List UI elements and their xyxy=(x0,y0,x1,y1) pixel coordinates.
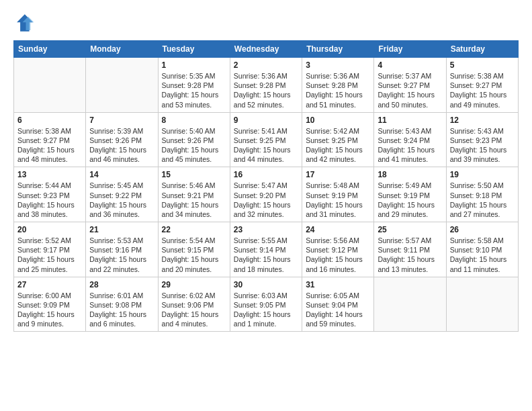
day-number: 29 xyxy=(162,280,226,289)
calendar-day-cell xyxy=(446,277,518,332)
calendar-day-cell: 27Sunrise: 6:00 AMSunset: 9:09 PMDayligh… xyxy=(14,277,86,332)
day-number: 5 xyxy=(450,60,515,70)
calendar-day-cell: 8Sunrise: 5:40 AMSunset: 9:26 PMDaylight… xyxy=(158,112,230,167)
day-number: 8 xyxy=(162,116,226,125)
day-number: 11 xyxy=(378,116,442,125)
day-detail: Sunrise: 6:03 AMSunset: 9:05 PMDaylight:… xyxy=(234,291,298,329)
calendar-day-cell: 25Sunrise: 5:57 AMSunset: 9:11 PMDayligh… xyxy=(374,222,446,277)
calendar-day-cell: 18Sunrise: 5:49 AMSunset: 9:19 PMDayligh… xyxy=(374,167,446,222)
day-number: 25 xyxy=(378,225,442,234)
day-number: 7 xyxy=(89,116,154,125)
day-detail: Sunrise: 5:43 AMSunset: 9:24 PMDaylight:… xyxy=(378,126,442,165)
day-number: 10 xyxy=(306,116,370,125)
calendar-day-cell: 6Sunrise: 5:38 AMSunset: 9:27 PMDaylight… xyxy=(14,112,86,167)
day-number: 28 xyxy=(89,280,154,289)
calendar-day-header: Friday xyxy=(374,41,446,58)
day-detail: Sunrise: 5:56 AMSunset: 9:12 PMDaylight:… xyxy=(306,236,370,274)
day-detail: Sunrise: 5:55 AMSunset: 9:14 PMDaylight:… xyxy=(234,236,298,274)
calendar-day-cell: 29Sunrise: 6:02 AMSunset: 9:06 PMDayligh… xyxy=(158,277,230,332)
day-detail: Sunrise: 5:53 AMSunset: 9:16 PMDaylight:… xyxy=(89,236,154,274)
page-header xyxy=(13,12,519,34)
calendar-day-cell: 13Sunrise: 5:44 AMSunset: 9:23 PMDayligh… xyxy=(14,167,86,222)
day-number: 22 xyxy=(162,225,226,234)
day-number: 23 xyxy=(234,225,298,234)
day-detail: Sunrise: 6:00 AMSunset: 9:09 PMDaylight:… xyxy=(17,291,82,329)
day-number: 13 xyxy=(17,170,82,179)
calendar-week-row: 6Sunrise: 5:38 AMSunset: 9:27 PMDaylight… xyxy=(14,112,519,167)
calendar-day-header: Saturday xyxy=(446,41,518,58)
calendar-day-cell: 28Sunrise: 6:01 AMSunset: 9:08 PMDayligh… xyxy=(86,277,158,332)
day-detail: Sunrise: 5:37 AMSunset: 9:27 PMDaylight:… xyxy=(378,71,442,109)
calendar-week-row: 13Sunrise: 5:44 AMSunset: 9:23 PMDayligh… xyxy=(14,167,519,222)
day-number: 9 xyxy=(234,116,298,125)
calendar-day-cell: 30Sunrise: 6:03 AMSunset: 9:05 PMDayligh… xyxy=(230,277,302,332)
day-detail: Sunrise: 5:48 AMSunset: 9:19 PMDaylight:… xyxy=(306,181,370,219)
day-detail: Sunrise: 5:35 AMSunset: 9:28 PMDaylight:… xyxy=(162,71,226,109)
day-number: 31 xyxy=(306,280,370,289)
calendar-day-cell: 4Sunrise: 5:37 AMSunset: 9:27 PMDaylight… xyxy=(374,58,446,113)
day-detail: Sunrise: 6:01 AMSunset: 9:08 PMDaylight:… xyxy=(89,291,154,329)
day-detail: Sunrise: 5:38 AMSunset: 9:27 PMDaylight:… xyxy=(450,71,515,109)
day-detail: Sunrise: 5:42 AMSunset: 9:25 PMDaylight:… xyxy=(306,126,370,165)
day-detail: Sunrise: 5:57 AMSunset: 9:11 PMDaylight:… xyxy=(378,236,442,274)
day-number: 24 xyxy=(306,225,370,234)
calendar-day-cell: 15Sunrise: 5:46 AMSunset: 9:21 PMDayligh… xyxy=(158,167,230,222)
calendar-header-row: SundayMondayTuesdayWednesdayThursdayFrid… xyxy=(14,41,519,58)
calendar-day-cell: 7Sunrise: 5:39 AMSunset: 9:26 PMDaylight… xyxy=(86,112,158,167)
day-detail: Sunrise: 6:05 AMSunset: 9:04 PMDaylight:… xyxy=(306,291,370,329)
day-number: 2 xyxy=(234,60,298,70)
day-number: 19 xyxy=(450,170,515,179)
day-detail: Sunrise: 5:44 AMSunset: 9:23 PMDaylight:… xyxy=(17,181,82,219)
day-number: 4 xyxy=(378,60,442,70)
calendar-day-cell: 21Sunrise: 5:53 AMSunset: 9:16 PMDayligh… xyxy=(86,222,158,277)
day-detail: Sunrise: 5:58 AMSunset: 9:10 PMDaylight:… xyxy=(450,236,515,274)
calendar-day-cell: 22Sunrise: 5:54 AMSunset: 9:15 PMDayligh… xyxy=(158,222,230,277)
calendar-day-cell: 11Sunrise: 5:43 AMSunset: 9:24 PMDayligh… xyxy=(374,112,446,167)
calendar-day-header: Sunday xyxy=(14,41,86,58)
calendar-week-row: 27Sunrise: 6:00 AMSunset: 9:09 PMDayligh… xyxy=(14,277,519,332)
day-detail: Sunrise: 5:36 AMSunset: 9:28 PMDaylight:… xyxy=(234,71,298,109)
day-number: 12 xyxy=(450,116,515,125)
calendar-day-cell: 26Sunrise: 5:58 AMSunset: 9:10 PMDayligh… xyxy=(446,222,518,277)
day-detail: Sunrise: 5:41 AMSunset: 9:25 PMDaylight:… xyxy=(234,126,298,165)
day-detail: Sunrise: 5:39 AMSunset: 9:26 PMDaylight:… xyxy=(89,126,154,165)
calendar-day-header: Monday xyxy=(86,41,158,58)
day-detail: Sunrise: 5:43 AMSunset: 9:23 PMDaylight:… xyxy=(450,126,515,165)
calendar-day-cell: 2Sunrise: 5:36 AMSunset: 9:28 PMDaylight… xyxy=(230,58,302,113)
calendar-day-cell: 9Sunrise: 5:41 AMSunset: 9:25 PMDaylight… xyxy=(230,112,302,167)
calendar-day-cell: 31Sunrise: 6:05 AMSunset: 9:04 PMDayligh… xyxy=(302,277,374,332)
day-detail: Sunrise: 5:45 AMSunset: 9:22 PMDaylight:… xyxy=(89,181,154,219)
logo xyxy=(13,12,38,34)
calendar-day-cell: 19Sunrise: 5:50 AMSunset: 9:18 PMDayligh… xyxy=(446,167,518,222)
day-detail: Sunrise: 5:49 AMSunset: 9:19 PMDaylight:… xyxy=(378,181,442,219)
day-number: 20 xyxy=(17,225,82,234)
day-detail: Sunrise: 5:50 AMSunset: 9:18 PMDaylight:… xyxy=(450,181,515,219)
day-number: 14 xyxy=(89,170,154,179)
calendar-day-cell: 14Sunrise: 5:45 AMSunset: 9:22 PMDayligh… xyxy=(86,167,158,222)
day-number: 21 xyxy=(89,225,154,234)
calendar-table: SundayMondayTuesdayWednesdayThursdayFrid… xyxy=(13,40,519,332)
calendar-day-header: Thursday xyxy=(302,41,374,58)
calendar-day-cell: 23Sunrise: 5:55 AMSunset: 9:14 PMDayligh… xyxy=(230,222,302,277)
day-number: 6 xyxy=(17,116,82,125)
calendar-day-cell xyxy=(14,58,86,113)
day-number: 27 xyxy=(17,280,82,289)
generalblue-logo-icon xyxy=(13,12,35,34)
day-detail: Sunrise: 5:47 AMSunset: 9:20 PMDaylight:… xyxy=(234,181,298,219)
day-number: 3 xyxy=(306,60,370,70)
day-number: 30 xyxy=(234,280,298,289)
day-detail: Sunrise: 5:36 AMSunset: 9:28 PMDaylight:… xyxy=(306,71,370,109)
calendar-day-cell: 5Sunrise: 5:38 AMSunset: 9:27 PMDaylight… xyxy=(446,58,518,113)
calendar-week-row: 20Sunrise: 5:52 AMSunset: 9:17 PMDayligh… xyxy=(14,222,519,277)
day-number: 17 xyxy=(306,170,370,179)
calendar-day-cell: 1Sunrise: 5:35 AMSunset: 9:28 PMDaylight… xyxy=(158,58,230,113)
day-detail: Sunrise: 5:52 AMSunset: 9:17 PMDaylight:… xyxy=(17,236,82,274)
day-detail: Sunrise: 5:54 AMSunset: 9:15 PMDaylight:… xyxy=(162,236,226,274)
day-detail: Sunrise: 6:02 AMSunset: 9:06 PMDaylight:… xyxy=(162,291,226,329)
calendar-week-row: 1Sunrise: 5:35 AMSunset: 9:28 PMDaylight… xyxy=(14,58,519,113)
day-number: 15 xyxy=(162,170,226,179)
day-number: 16 xyxy=(234,170,298,179)
calendar-day-cell: 24Sunrise: 5:56 AMSunset: 9:12 PMDayligh… xyxy=(302,222,374,277)
day-number: 1 xyxy=(162,60,226,70)
day-detail: Sunrise: 5:38 AMSunset: 9:27 PMDaylight:… xyxy=(17,126,82,165)
